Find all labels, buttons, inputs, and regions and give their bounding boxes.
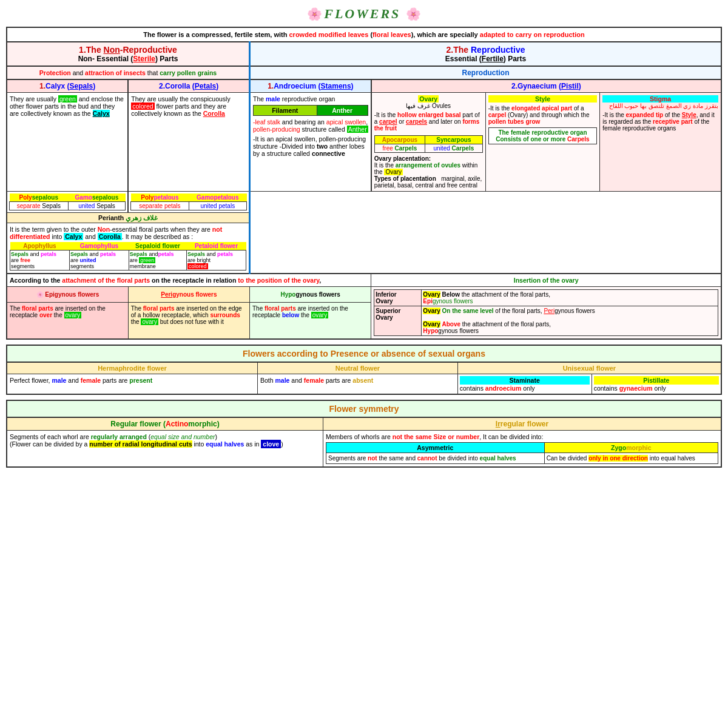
androecium-header: 1.Androecium (Stamens) [250,79,371,93]
empty-androecium-lower [250,192,722,274]
sexual-organs-header: Flowers according to Presence or absence… [7,345,721,362]
perianth-content: It is the term given to the outer Non-es… [7,223,250,274]
gynaecium-header: 2.Gynaecium (Pistil) [371,79,721,93]
irregular-desc: Members of whorls are not the same Size … [323,431,721,468]
page-container: 🌸 FLOWERS 🌸 The flower is a compressed, … [6,6,722,468]
petalous-row: Polypetalous Gamopetalous separate petal… [128,192,249,213]
flower-icon-right: 🌸 [406,7,421,21]
perigynous-desc: The floral parts are inserted on the edg… [128,302,249,339]
epigynous-desc: The floral parts are inserted on the rec… [7,302,128,339]
regular-desc: Segments of each whorl are regularly arr… [7,431,323,468]
corolla-content: They are usually the conspicuously color… [128,93,249,192]
neutral-header: Neutral flower [257,362,457,374]
hypogynous-desc: The floral parts are inserted on the rec… [250,302,371,339]
unisexual-header: Unisexual flower [457,362,721,374]
androecium-content: The male reproductive organ Filament Ant… [250,93,371,192]
flower-icon-left: 🌸 [307,7,322,21]
perianth-header: Perianth غلاف زهري [7,213,250,223]
protection-row: Protection and attraction of insects tha… [7,66,250,79]
ovary-content: Ovary غرف فيها Ovules -It is the hollow … [371,93,485,192]
attachment-intro: According to the attachment of the flora… [7,274,371,287]
ovary-insertion-content: InferiorOvary Ovary Below the attachment… [371,287,721,340]
reproduction-row: Reproduction [250,66,722,79]
hermaphrodite-desc: Perfect flower, male and female parts ar… [7,374,257,395]
neutral-desc: Both male and female parts are absent [257,374,457,395]
regular-header: Regular flower (Actinomorphic) [7,417,323,431]
intro-row: The flower is a compressed, fertile stem… [7,27,721,42]
epigynous-header: 🌸 Epigynous flowers [7,287,128,303]
calyx-header: 1.Calyx (Sepals) [7,79,128,93]
style-content: Style -It is the elongated apical part o… [485,93,599,192]
hypogynous-header: Hypogynous flowers [250,287,371,303]
calyx-content: They are usually green and enclose the o… [7,93,128,192]
staminate-desc: Staminate contains androecium only [457,374,592,395]
corolla-header: 2.Corolla (Petals) [128,79,249,93]
hermaphrodite-header: Hermaphrodite flower [7,362,257,374]
insertion-header: Insertion of the ovary [371,274,721,287]
sepalous-row: Polysepalous Gamosepalous separate Sepal… [7,192,128,213]
pistillate-desc: Pistillate contains gynaecium only [592,374,721,395]
perigynous-header: Perigynous flowers [128,287,249,303]
page-title: 🌸 FLOWERS 🌸 [6,6,722,22]
title-text: FLOWERS [324,6,406,21]
irregular-header: Irregular flower [323,417,721,431]
symmetry-header: Flower symmetry [7,400,721,417]
stigma-content: Stigma بتقرز مادة زي الصمغ تلتصق بها حبو… [600,93,721,192]
repro-header: 2.The Reproductive Essential (Fertile) P… [250,42,722,66]
non-repro-header: 1.The Non-Reproductive Non- Essential (S… [7,42,250,66]
